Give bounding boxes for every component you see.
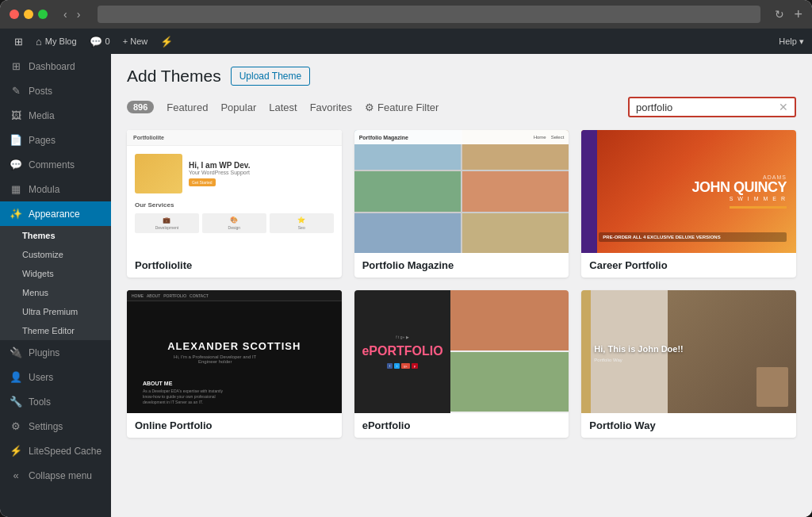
- theme-name-eportfolio: ePortfolio: [354, 413, 569, 438]
- pf-service-1: 💼 Development: [135, 213, 199, 233]
- theme-card-eportfolio[interactable]: f t g+ ▶ ePORTFOLIO f t g+ p: [354, 290, 569, 438]
- submenu-menus[interactable]: Menus: [0, 283, 111, 302]
- submenu-widgets[interactable]: Widgets: [0, 264, 111, 283]
- submenu-themes[interactable]: Themes: [0, 226, 111, 245]
- filter-popular[interactable]: Popular: [220, 101, 256, 113]
- portfolio-way-mockup: Hi, This is John Doe!! Portfolio Way: [581, 290, 796, 413]
- submenu-theme-editor[interactable]: Theme Editor: [0, 321, 111, 340]
- search-input[interactable]: [636, 101, 779, 113]
- sidebar-label-appearance: Appearance: [29, 209, 80, 220]
- new-item[interactable]: + New: [117, 29, 155, 54]
- comments-icon: 💬: [10, 159, 22, 170]
- career-firstname: ADAMS: [691, 174, 787, 180]
- filter-latest[interactable]: Latest: [269, 101, 297, 113]
- main-layout: ⊞ Dashboard ✎ Posts 🖼 Media 📄 Pages 💬 Co…: [0, 54, 812, 517]
- url-bar[interactable]: [98, 6, 760, 23]
- dashboard-icon: ⊞: [10, 60, 22, 72]
- minimize-button[interactable]: [24, 10, 33, 19]
- sidebar-item-settings[interactable]: ⚙ Settings: [0, 414, 111, 438]
- upload-theme-button[interactable]: Upload Theme: [231, 67, 311, 86]
- mag-nav: Home Select: [534, 135, 565, 140]
- online-nav-item-1: HOME: [132, 293, 144, 298]
- my-blog-item[interactable]: ⌂ My Blog: [29, 29, 83, 54]
- sidebar-item-users[interactable]: 👤 Users: [0, 365, 111, 389]
- pf-cta-btn: Get Started: [189, 178, 216, 186]
- comment-icon: 💬: [90, 36, 102, 48]
- sidebar-label-pages: Pages: [29, 135, 56, 146]
- back-button[interactable]: ‹: [60, 6, 71, 22]
- career-promo: PRE-ORDER ALL 4 EXCLUSIVE DELUXE VERSION…: [599, 232, 787, 242]
- pf-service-2: 🎨 Design: [202, 213, 266, 233]
- feature-filter[interactable]: ⚙ Feature Filter: [365, 101, 439, 113]
- eportfolio-logo: ePORTFOLIO: [362, 344, 442, 358]
- help-button[interactable]: Help ▾: [779, 36, 804, 47]
- theme-card-online-portfolio[interactable]: HOME ABOUT PORTFOLIO CONTACT ALEXANDER S…: [127, 290, 342, 438]
- submenu-label-menus: Menus: [22, 288, 48, 297]
- comments-item[interactable]: 💬 0: [83, 29, 117, 54]
- sidebar-item-modula[interactable]: ▦ Modula: [0, 177, 111, 201]
- mag-nav-select: Select: [551, 135, 565, 140]
- filter-favorites[interactable]: Favorites: [310, 101, 352, 113]
- online-hero-text: ALEXANDER SCOTTISH Hi, I'm a Professiona…: [167, 340, 301, 364]
- mag-cell-5: [354, 213, 461, 253]
- users-icon: 👤: [10, 371, 22, 383]
- sidebar-item-dashboard[interactable]: ⊞ Dashboard: [0, 54, 111, 79]
- sidebar-item-posts[interactable]: ✎ Posts: [0, 79, 111, 103]
- sidebar-item-comments[interactable]: 💬 Comments: [0, 152, 111, 177]
- theme-card-portfolio-way[interactable]: Hi, This is John Doe!! Portfolio Way Por…: [581, 290, 796, 438]
- theme-card-portfoliolite[interactable]: Portfoliolite Hi, I am WP Dev. Your Word…: [127, 130, 342, 278]
- portfolio-mag-mockup: [354, 130, 569, 253]
- comment-count: 0: [105, 36, 110, 46]
- feature-filter-label: Feature Filter: [377, 101, 439, 113]
- submenu-customize[interactable]: Customize: [0, 245, 111, 264]
- refresh-button[interactable]: ↻: [775, 8, 784, 21]
- submenu-label-ultra-premium: Ultra Premium: [22, 307, 78, 316]
- filter-featured[interactable]: Featured: [167, 101, 208, 113]
- online-mockup: HOME ABOUT PORTFOLIO CONTACT ALEXANDER S…: [127, 290, 342, 413]
- sidebar-item-plugins[interactable]: 🔌 Plugins: [0, 340, 111, 365]
- sidebar-item-pages[interactable]: 📄 Pages: [0, 128, 111, 152]
- career-title: S W I M M E R: [691, 196, 787, 201]
- tools-icon: 🔧: [10, 396, 22, 408]
- theme-card-career-portfolio[interactable]: ADAMS JOHN QUINCY S W I M M E R PRE-ORDE…: [581, 130, 796, 278]
- sidebar-item-appearance[interactable]: ✨ Appearance: [0, 201, 111, 226]
- filter-bar: 896 Featured Popular Latest Favorites ⚙ …: [127, 97, 796, 117]
- forward-button[interactable]: ›: [74, 6, 84, 22]
- submenu-label-theme-editor: Theme Editor: [22, 326, 75, 335]
- sidebar-item-tools[interactable]: 🔧 Tools: [0, 389, 111, 414]
- new-tab-button[interactable]: +: [794, 6, 802, 23]
- sidebar-item-collapse[interactable]: « Collapse menu: [0, 463, 111, 488]
- sidebar-item-litespeed[interactable]: ⚡ LiteSpeed Cache: [0, 438, 111, 463]
- settings-icon: ⚙: [10, 420, 22, 432]
- titlebar: ‹ › ↻ +: [0, 0, 812, 29]
- sidebar-label-dashboard: Dashboard: [29, 61, 75, 72]
- sidebar-item-media[interactable]: 🖼 Media: [0, 103, 111, 128]
- sidebar-label-users: Users: [29, 372, 53, 383]
- online-nav: HOME ABOUT PORTFOLIO CONTACT: [127, 290, 342, 301]
- pf-hero-text: Hi, I am WP Dev. Your WordPress Support …: [189, 161, 250, 186]
- online-about: ABOUT ME As a Developer EDA's expertise …: [143, 381, 230, 405]
- theme-name-online-portfolio: Online Portfolio: [127, 413, 342, 438]
- online-nav-item-2: ABOUT: [147, 293, 160, 298]
- litespeed-item[interactable]: ⚡: [154, 29, 179, 54]
- nav-arrows: ‹ ›: [60, 6, 83, 22]
- pf-hero-heading: Hi, I am WP Dev.: [189, 161, 250, 170]
- portfoliolite-mockup: Portfoliolite Hi, I am WP Dev. Your Word…: [127, 130, 342, 253]
- search-clear-icon[interactable]: ✕: [779, 101, 788, 113]
- maximize-button[interactable]: [38, 10, 48, 19]
- close-button[interactable]: [10, 10, 19, 19]
- theme-thumb-online-portfolio: HOME ABOUT PORTFOLIO CONTACT ALEXANDER S…: [127, 290, 342, 413]
- wp-logo-item[interactable]: ⊞: [8, 29, 29, 54]
- gear-icon: ⚙: [365, 101, 374, 113]
- theme-thumb-portfolio-way: Hi, This is John Doe!! Portfolio Way: [581, 290, 796, 413]
- sidebar-label-collapse: Collapse menu: [29, 470, 92, 481]
- themes-grid: Portfoliolite Hi, I am WP Dev. Your Word…: [127, 130, 796, 438]
- theme-thumb-career-portfolio: ADAMS JOHN QUINCY S W I M M E R PRE-ORDE…: [581, 130, 796, 253]
- service-icon-2: 🎨: [230, 216, 238, 224]
- theme-card-portfolio-magazine[interactable]: Portfolio Magazine Home Select Portfolio…: [354, 130, 569, 278]
- mag-logo: Portfolio Magazine: [359, 135, 408, 140]
- eportfolio-header-bar: f t g+ ▶: [396, 335, 409, 339]
- submenu-ultra-premium[interactable]: Ultra Premium: [0, 302, 111, 321]
- service-label-1: Development: [155, 225, 178, 230]
- wp-admin-bar: ⊞ ⌂ My Blog 💬 0 + New ⚡ Help ▾: [0, 29, 812, 54]
